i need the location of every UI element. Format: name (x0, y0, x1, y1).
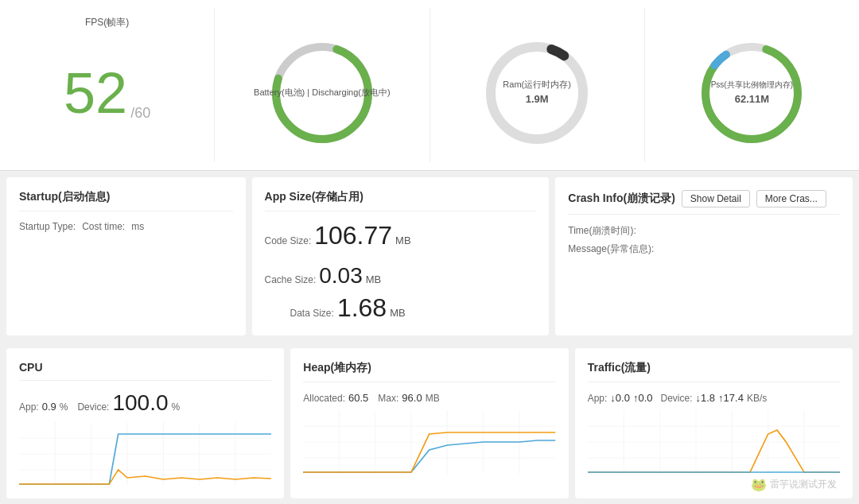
fps-value: 52 (64, 64, 127, 122)
startup-cost-label: Cost time: (82, 221, 125, 232)
data-size-value: 1.68 (337, 293, 387, 323)
cpu-app-unit: % (60, 401, 68, 413)
cpu-app-value: 0.9 (42, 401, 56, 413)
watermark: 🐸 雷芋说测试开发 (751, 477, 837, 492)
traffic-panel: Traffic(流量) App: ↓0.0 ↑0.0 Device: ↓1.8 … (575, 348, 853, 498)
heap-allocated-label: Allocated: (303, 393, 345, 404)
show-detail-button[interactable]: Show Detail (682, 190, 750, 207)
crash-message-row: Message(异常信息): (568, 242, 840, 256)
cpu-chart (19, 422, 271, 486)
traffic-app-up: ↑0.0 (633, 392, 653, 404)
low-row: CPU App: 0.9 % Device: 100.0 % (0, 342, 859, 504)
cpu-device-unit: % (172, 401, 181, 413)
startup-panel: Startup(启动信息) Startup Type: Cost time: m… (6, 177, 246, 335)
crash-header: Crash Info(崩溃记录) Show Detail More Cras..… (568, 190, 840, 215)
traffic-app-down: ↓0.0 (610, 392, 630, 404)
fps-card: FPS(帧率) 52 /60 (0, 8, 215, 162)
crash-panel: Crash Info(崩溃记录) Show Detail More Cras..… (555, 177, 853, 335)
battery-card: Battery(电池) | Discharging(放电中) (215, 8, 430, 162)
heap-unit: MB (426, 393, 440, 404)
traffic-app-label: App: (588, 393, 608, 404)
ram-label: Ram(运行时内存) 1.9M (503, 79, 571, 107)
traffic-device-down: ↓1.8 (696, 392, 716, 404)
pss-card: Pss(共享比例物理内存) 62.11M (645, 8, 859, 162)
fps-title: FPS(帧率) (85, 16, 129, 29)
crash-time-label: Time(崩溃时间): (568, 224, 636, 238)
cpu-device-label: Device: (77, 401, 109, 413)
traffic-device-label: Device: (661, 393, 693, 404)
cpu-panel: CPU App: 0.9 % Device: 100.0 % (6, 348, 284, 498)
cpu-device-value: 100.0 (112, 390, 168, 416)
startup-title: Startup(启动信息) (19, 190, 233, 211)
battery-donut: Battery(电池) | Discharging(放电中) (266, 37, 378, 149)
heap-panel: Heap(堆内存) Allocated: 60.5 Max: 96.0 MB (290, 348, 568, 498)
ram-donut: Ram(运行时内存) 1.9M (481, 37, 593, 149)
app-size-panel: App Size(存储占用) Code Size: 106.77 MB Cach… (252, 177, 550, 335)
cpu-title: CPU (19, 361, 271, 381)
mid-row: Startup(启动信息) Startup Type: Cost time: m… (0, 171, 859, 342)
more-crash-button[interactable]: More Cras... (756, 190, 826, 207)
cpu-app-label: App: (19, 401, 39, 413)
data-size-label: Data Size: (290, 308, 334, 319)
pss-donut: Pss(共享比例物理内存) 62.11M (696, 37, 807, 149)
traffic-unit: KB/s (747, 393, 767, 404)
heap-title: Heap(堆内存) (303, 361, 555, 382)
app-size-title: App Size(存储占用) (265, 190, 537, 211)
cache-size-label: Cache Size: (265, 274, 317, 285)
battery-label: Battery(电池) | Discharging(放电中) (254, 87, 391, 99)
startup-type-label: Startup Type: (19, 221, 76, 232)
heap-allocated-value: 60.5 (348, 392, 368, 404)
heap-chart (303, 410, 555, 474)
traffic-device-up: ↑17.4 (718, 392, 744, 404)
pss-label: Pss(共享比例物理内存) 62.11M (711, 79, 793, 107)
crash-title: Crash Info(崩溃记录) (568, 192, 675, 206)
traffic-chart (588, 410, 840, 474)
ram-card: Ram(运行时内存) 1.9M (430, 8, 645, 162)
crash-time-row: Time(崩溃时间): (568, 224, 840, 238)
code-size-label: Code Size: (265, 235, 312, 246)
crash-message-label: Message(异常信息): (568, 242, 654, 256)
startup-cost-unit: ms (131, 221, 144, 232)
cache-size-value: 0.03 (319, 263, 363, 289)
heap-max-label: Max: (378, 393, 398, 404)
fps-max: /60 (130, 105, 150, 122)
code-size-value: 106.77 (314, 221, 392, 250)
traffic-title: Traffic(流量) (588, 361, 840, 382)
data-size-unit: MB (390, 307, 406, 319)
code-size-unit: MB (395, 235, 411, 246)
cache-size-unit: MB (366, 273, 382, 285)
heap-max-value: 96.0 (402, 392, 422, 404)
